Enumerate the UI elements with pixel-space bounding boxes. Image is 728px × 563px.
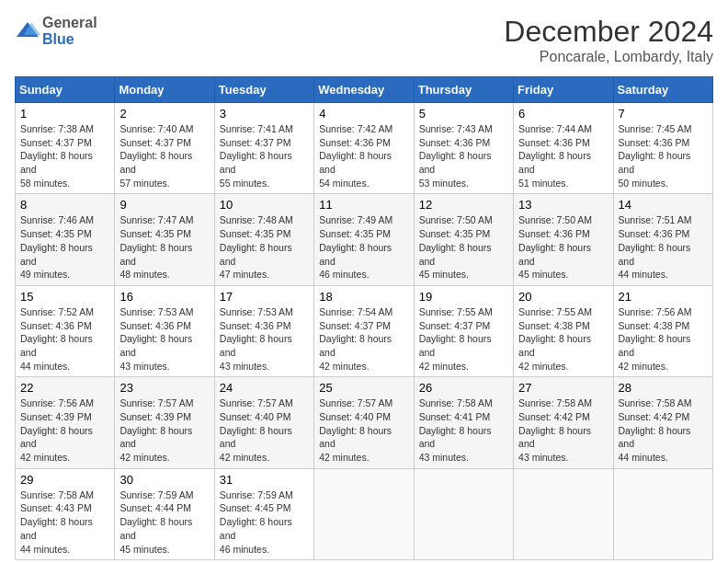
day-number: 12 <box>419 198 508 212</box>
day-number: 3 <box>220 107 309 121</box>
day-number: 23 <box>119 381 209 395</box>
day-info: Sunrise: 7:38 AMSunset: 4:37 PMDaylight:… <box>20 122 109 190</box>
day-number: 16 <box>119 290 209 304</box>
location-title: Poncarale, Lombardy, Italy <box>504 49 713 65</box>
calendar-day-cell: 4Sunrise: 7:42 AMSunset: 4:36 PMDaylight… <box>314 103 414 194</box>
day-number: 27 <box>518 381 608 395</box>
day-info: Sunrise: 7:50 AMSunset: 4:36 PMDaylight:… <box>518 213 608 281</box>
calendar-day-cell <box>314 468 414 559</box>
day-info: Sunrise: 7:50 AMSunset: 4:35 PMDaylight:… <box>419 213 508 281</box>
calendar-day-cell: 11Sunrise: 7:49 AMSunset: 4:35 PMDayligh… <box>314 194 414 285</box>
day-info: Sunrise: 7:57 AMSunset: 4:39 PMDaylight:… <box>119 396 209 464</box>
day-number: 17 <box>220 290 309 304</box>
calendar-week-row: 29Sunrise: 7:58 AMSunset: 4:43 PMDayligh… <box>16 468 713 559</box>
calendar-week-row: 1Sunrise: 7:38 AMSunset: 4:37 PMDaylight… <box>16 103 713 194</box>
day-info: Sunrise: 7:56 AMSunset: 4:39 PMDaylight:… <box>20 396 109 464</box>
calendar-day-cell: 26Sunrise: 7:58 AMSunset: 4:41 PMDayligh… <box>414 377 513 468</box>
calendar-day-cell: 27Sunrise: 7:58 AMSunset: 4:42 PMDayligh… <box>514 377 613 468</box>
day-number: 13 <box>518 198 608 212</box>
day-info: Sunrise: 7:48 AMSunset: 4:35 PMDaylight:… <box>220 213 309 281</box>
day-info: Sunrise: 7:56 AMSunset: 4:38 PMDaylight:… <box>619 305 708 373</box>
day-number: 1 <box>20 107 109 121</box>
col-tuesday: Tuesday <box>214 77 313 103</box>
calendar: Sunday Monday Tuesday Wednesday Thursday… <box>15 76 713 560</box>
weekday-header-row: Sunday Monday Tuesday Wednesday Thursday… <box>16 77 713 103</box>
calendar-day-cell: 15Sunrise: 7:52 AMSunset: 4:36 PMDayligh… <box>16 285 115 376</box>
day-info: Sunrise: 7:54 AMSunset: 4:37 PMDaylight:… <box>319 305 408 373</box>
calendar-day-cell: 1Sunrise: 7:38 AMSunset: 4:37 PMDaylight… <box>16 103 115 194</box>
day-number: 9 <box>119 198 209 212</box>
day-info: Sunrise: 7:55 AMSunset: 4:37 PMDaylight:… <box>419 305 508 373</box>
day-info: Sunrise: 7:55 AMSunset: 4:38 PMDaylight:… <box>518 305 608 373</box>
day-number: 11 <box>319 198 408 212</box>
day-number: 2 <box>119 107 209 121</box>
day-info: Sunrise: 7:58 AMSunset: 4:42 PMDaylight:… <box>619 396 708 464</box>
calendar-day-cell <box>613 468 712 559</box>
logo: General Blue <box>15 15 97 48</box>
calendar-day-cell: 5Sunrise: 7:43 AMSunset: 4:36 PMDaylight… <box>414 103 513 194</box>
day-number: 4 <box>319 107 408 121</box>
day-info: Sunrise: 7:42 AMSunset: 4:36 PMDaylight:… <box>319 122 408 190</box>
calendar-day-cell: 20Sunrise: 7:55 AMSunset: 4:38 PMDayligh… <box>514 285 613 376</box>
col-friday: Friday <box>514 77 613 103</box>
day-number: 24 <box>220 381 309 395</box>
calendar-day-cell: 9Sunrise: 7:47 AMSunset: 4:35 PMDaylight… <box>115 194 214 285</box>
calendar-day-cell: 25Sunrise: 7:57 AMSunset: 4:40 PMDayligh… <box>314 377 414 468</box>
col-sunday: Sunday <box>16 77 115 103</box>
calendar-day-cell: 29Sunrise: 7:58 AMSunset: 4:43 PMDayligh… <box>16 468 115 559</box>
col-saturday: Saturday <box>613 77 712 103</box>
logo-general: General <box>42 15 97 31</box>
day-info: Sunrise: 7:53 AMSunset: 4:36 PMDaylight:… <box>119 305 209 373</box>
day-info: Sunrise: 7:45 AMSunset: 4:36 PMDaylight:… <box>619 122 708 190</box>
calendar-day-cell <box>514 468 613 559</box>
col-thursday: Thursday <box>414 77 513 103</box>
calendar-day-cell: 16Sunrise: 7:53 AMSunset: 4:36 PMDayligh… <box>115 285 214 376</box>
calendar-day-cell: 23Sunrise: 7:57 AMSunset: 4:39 PMDayligh… <box>115 377 214 468</box>
day-number: 22 <box>20 381 109 395</box>
day-number: 10 <box>220 198 309 212</box>
day-info: Sunrise: 7:44 AMSunset: 4:36 PMDaylight:… <box>518 122 608 190</box>
day-info: Sunrise: 7:53 AMSunset: 4:36 PMDaylight:… <box>220 305 309 373</box>
calendar-day-cell: 7Sunrise: 7:45 AMSunset: 4:36 PMDaylight… <box>613 103 712 194</box>
calendar-day-cell: 24Sunrise: 7:57 AMSunset: 4:40 PMDayligh… <box>214 377 313 468</box>
calendar-day-cell: 19Sunrise: 7:55 AMSunset: 4:37 PMDayligh… <box>414 285 513 376</box>
calendar-day-cell: 6Sunrise: 7:44 AMSunset: 4:36 PMDaylight… <box>514 103 613 194</box>
day-info: Sunrise: 7:58 AMSunset: 4:42 PMDaylight:… <box>518 396 608 464</box>
day-number: 31 <box>220 473 309 487</box>
day-number: 21 <box>619 290 708 304</box>
day-info: Sunrise: 7:47 AMSunset: 4:35 PMDaylight:… <box>119 213 209 281</box>
day-number: 28 <box>619 381 708 395</box>
day-info: Sunrise: 7:43 AMSunset: 4:36 PMDaylight:… <box>419 122 508 190</box>
day-info: Sunrise: 7:46 AMSunset: 4:35 PMDaylight:… <box>20 213 109 281</box>
day-info: Sunrise: 7:58 AMSunset: 4:41 PMDaylight:… <box>419 396 508 464</box>
day-number: 30 <box>119 473 209 487</box>
day-info: Sunrise: 7:52 AMSunset: 4:36 PMDaylight:… <box>20 305 109 373</box>
calendar-day-cell: 12Sunrise: 7:50 AMSunset: 4:35 PMDayligh… <box>414 194 513 285</box>
day-number: 29 <box>20 473 109 487</box>
day-info: Sunrise: 7:57 AMSunset: 4:40 PMDaylight:… <box>319 396 408 464</box>
day-number: 20 <box>518 290 608 304</box>
day-number: 18 <box>319 290 408 304</box>
day-info: Sunrise: 7:59 AMSunset: 4:44 PMDaylight:… <box>119 488 209 556</box>
calendar-week-row: 22Sunrise: 7:56 AMSunset: 4:39 PMDayligh… <box>16 377 713 468</box>
calendar-day-cell: 14Sunrise: 7:51 AMSunset: 4:36 PMDayligh… <box>613 194 712 285</box>
calendar-week-row: 8Sunrise: 7:46 AMSunset: 4:35 PMDaylight… <box>16 194 713 285</box>
day-number: 7 <box>619 107 708 121</box>
calendar-day-cell: 8Sunrise: 7:46 AMSunset: 4:35 PMDaylight… <box>16 194 115 285</box>
calendar-day-cell: 17Sunrise: 7:53 AMSunset: 4:36 PMDayligh… <box>214 285 313 376</box>
day-number: 19 <box>419 290 508 304</box>
calendar-week-row: 15Sunrise: 7:52 AMSunset: 4:36 PMDayligh… <box>16 285 713 376</box>
calendar-day-cell: 22Sunrise: 7:56 AMSunset: 4:39 PMDayligh… <box>16 377 115 468</box>
calendar-day-cell: 31Sunrise: 7:59 AMSunset: 4:45 PMDayligh… <box>214 468 313 559</box>
title-area: December 2024 Poncarale, Lombardy, Italy <box>504 15 713 65</box>
day-number: 14 <box>619 198 708 212</box>
day-info: Sunrise: 7:59 AMSunset: 4:45 PMDaylight:… <box>220 488 309 556</box>
calendar-day-cell <box>414 468 513 559</box>
calendar-day-cell: 13Sunrise: 7:50 AMSunset: 4:36 PMDayligh… <box>514 194 613 285</box>
calendar-day-cell: 30Sunrise: 7:59 AMSunset: 4:44 PMDayligh… <box>115 468 214 559</box>
day-info: Sunrise: 7:51 AMSunset: 4:36 PMDaylight:… <box>619 213 708 281</box>
day-info: Sunrise: 7:41 AMSunset: 4:37 PMDaylight:… <box>220 122 309 190</box>
header: General Blue December 2024 Poncarale, Lo… <box>15 15 713 65</box>
day-number: 5 <box>419 107 508 121</box>
calendar-day-cell: 3Sunrise: 7:41 AMSunset: 4:37 PMDaylight… <box>214 103 313 194</box>
